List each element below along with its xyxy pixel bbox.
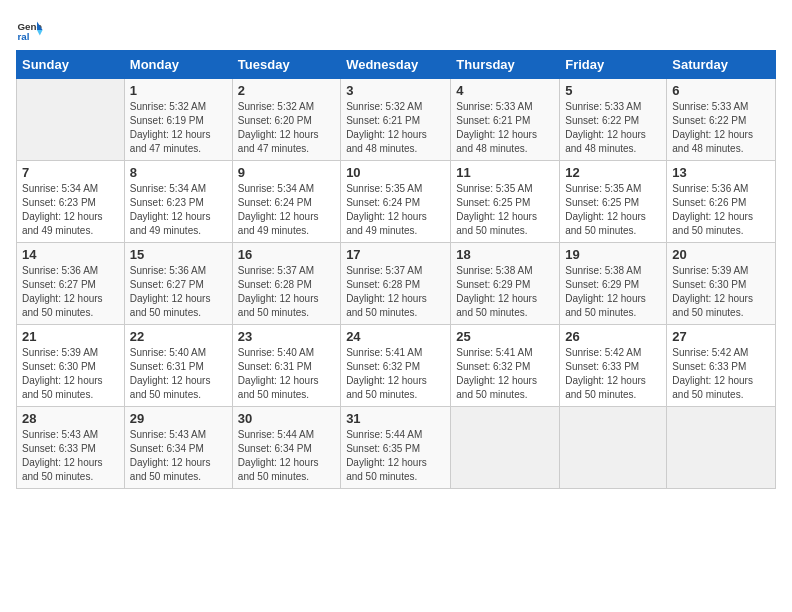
- day-number: 13: [672, 165, 770, 180]
- day-number: 26: [565, 329, 661, 344]
- calendar-cell: 12Sunrise: 5:35 AM Sunset: 6:25 PM Dayli…: [560, 161, 667, 243]
- day-number: 16: [238, 247, 335, 262]
- day-number: 14: [22, 247, 119, 262]
- svg-text:ral: ral: [17, 31, 29, 42]
- day-info: Sunrise: 5:41 AM Sunset: 6:32 PM Dayligh…: [456, 346, 554, 402]
- day-info: Sunrise: 5:32 AM Sunset: 6:21 PM Dayligh…: [346, 100, 445, 156]
- calendar-cell: 24Sunrise: 5:41 AM Sunset: 6:32 PM Dayli…: [341, 325, 451, 407]
- day-number: 15: [130, 247, 227, 262]
- calendar-cell: 7Sunrise: 5:34 AM Sunset: 6:23 PM Daylig…: [17, 161, 125, 243]
- day-number: 23: [238, 329, 335, 344]
- day-info: Sunrise: 5:35 AM Sunset: 6:25 PM Dayligh…: [565, 182, 661, 238]
- calendar-cell: 30Sunrise: 5:44 AM Sunset: 6:34 PM Dayli…: [232, 407, 340, 489]
- day-info: Sunrise: 5:32 AM Sunset: 6:19 PM Dayligh…: [130, 100, 227, 156]
- day-number: 20: [672, 247, 770, 262]
- day-info: Sunrise: 5:34 AM Sunset: 6:24 PM Dayligh…: [238, 182, 335, 238]
- day-info: Sunrise: 5:39 AM Sunset: 6:30 PM Dayligh…: [672, 264, 770, 320]
- day-number: 24: [346, 329, 445, 344]
- calendar-cell: 14Sunrise: 5:36 AM Sunset: 6:27 PM Dayli…: [17, 243, 125, 325]
- day-info: Sunrise: 5:35 AM Sunset: 6:24 PM Dayligh…: [346, 182, 445, 238]
- day-number: 5: [565, 83, 661, 98]
- day-info: Sunrise: 5:32 AM Sunset: 6:20 PM Dayligh…: [238, 100, 335, 156]
- calendar-cell: 1Sunrise: 5:32 AM Sunset: 6:19 PM Daylig…: [124, 79, 232, 161]
- header-friday: Friday: [560, 51, 667, 79]
- day-number: 2: [238, 83, 335, 98]
- calendar-cell: 22Sunrise: 5:40 AM Sunset: 6:31 PM Dayli…: [124, 325, 232, 407]
- day-info: Sunrise: 5:42 AM Sunset: 6:33 PM Dayligh…: [565, 346, 661, 402]
- calendar-cell: 23Sunrise: 5:40 AM Sunset: 6:31 PM Dayli…: [232, 325, 340, 407]
- day-number: 28: [22, 411, 119, 426]
- calendar-cell: 16Sunrise: 5:37 AM Sunset: 6:28 PM Dayli…: [232, 243, 340, 325]
- calendar-cell: 15Sunrise: 5:36 AM Sunset: 6:27 PM Dayli…: [124, 243, 232, 325]
- calendar-cell: 6Sunrise: 5:33 AM Sunset: 6:22 PM Daylig…: [667, 79, 776, 161]
- week-row-3: 14Sunrise: 5:36 AM Sunset: 6:27 PM Dayli…: [17, 243, 776, 325]
- calendar-cell: 17Sunrise: 5:37 AM Sunset: 6:28 PM Dayli…: [341, 243, 451, 325]
- day-number: 18: [456, 247, 554, 262]
- header-tuesday: Tuesday: [232, 51, 340, 79]
- week-row-1: 1Sunrise: 5:32 AM Sunset: 6:19 PM Daylig…: [17, 79, 776, 161]
- calendar-cell: [667, 407, 776, 489]
- day-info: Sunrise: 5:34 AM Sunset: 6:23 PM Dayligh…: [22, 182, 119, 238]
- calendar-cell: 27Sunrise: 5:42 AM Sunset: 6:33 PM Dayli…: [667, 325, 776, 407]
- calendar-cell: 10Sunrise: 5:35 AM Sunset: 6:24 PM Dayli…: [341, 161, 451, 243]
- day-number: 29: [130, 411, 227, 426]
- day-info: Sunrise: 5:33 AM Sunset: 6:21 PM Dayligh…: [456, 100, 554, 156]
- calendar-cell: [560, 407, 667, 489]
- calendar-cell: [451, 407, 560, 489]
- day-number: 9: [238, 165, 335, 180]
- day-number: 17: [346, 247, 445, 262]
- header-row: SundayMondayTuesdayWednesdayThursdayFrid…: [17, 51, 776, 79]
- day-info: Sunrise: 5:43 AM Sunset: 6:33 PM Dayligh…: [22, 428, 119, 484]
- day-number: 25: [456, 329, 554, 344]
- week-row-4: 21Sunrise: 5:39 AM Sunset: 6:30 PM Dayli…: [17, 325, 776, 407]
- calendar-cell: 11Sunrise: 5:35 AM Sunset: 6:25 PM Dayli…: [451, 161, 560, 243]
- day-info: Sunrise: 5:37 AM Sunset: 6:28 PM Dayligh…: [346, 264, 445, 320]
- day-info: Sunrise: 5:43 AM Sunset: 6:34 PM Dayligh…: [130, 428, 227, 484]
- page-header: Gene ral: [16, 16, 776, 44]
- day-info: Sunrise: 5:33 AM Sunset: 6:22 PM Dayligh…: [672, 100, 770, 156]
- calendar-cell: 4Sunrise: 5:33 AM Sunset: 6:21 PM Daylig…: [451, 79, 560, 161]
- day-info: Sunrise: 5:36 AM Sunset: 6:27 PM Dayligh…: [130, 264, 227, 320]
- day-number: 27: [672, 329, 770, 344]
- day-number: 8: [130, 165, 227, 180]
- day-number: 11: [456, 165, 554, 180]
- day-number: 19: [565, 247, 661, 262]
- calendar-cell: 8Sunrise: 5:34 AM Sunset: 6:23 PM Daylig…: [124, 161, 232, 243]
- day-number: 22: [130, 329, 227, 344]
- calendar-cell: 21Sunrise: 5:39 AM Sunset: 6:30 PM Dayli…: [17, 325, 125, 407]
- day-info: Sunrise: 5:36 AM Sunset: 6:27 PM Dayligh…: [22, 264, 119, 320]
- calendar-cell: 9Sunrise: 5:34 AM Sunset: 6:24 PM Daylig…: [232, 161, 340, 243]
- logo-icon: Gene ral: [16, 16, 44, 44]
- calendar-cell: 13Sunrise: 5:36 AM Sunset: 6:26 PM Dayli…: [667, 161, 776, 243]
- day-info: Sunrise: 5:40 AM Sunset: 6:31 PM Dayligh…: [238, 346, 335, 402]
- calendar-cell: 20Sunrise: 5:39 AM Sunset: 6:30 PM Dayli…: [667, 243, 776, 325]
- day-info: Sunrise: 5:38 AM Sunset: 6:29 PM Dayligh…: [565, 264, 661, 320]
- logo: Gene ral: [16, 16, 48, 44]
- calendar-cell: 19Sunrise: 5:38 AM Sunset: 6:29 PM Dayli…: [560, 243, 667, 325]
- calendar-cell: 2Sunrise: 5:32 AM Sunset: 6:20 PM Daylig…: [232, 79, 340, 161]
- calendar-cell: 28Sunrise: 5:43 AM Sunset: 6:33 PM Dayli…: [17, 407, 125, 489]
- header-thursday: Thursday: [451, 51, 560, 79]
- calendar-cell: [17, 79, 125, 161]
- day-info: Sunrise: 5:38 AM Sunset: 6:29 PM Dayligh…: [456, 264, 554, 320]
- day-number: 1: [130, 83, 227, 98]
- calendar-cell: 29Sunrise: 5:43 AM Sunset: 6:34 PM Dayli…: [124, 407, 232, 489]
- day-info: Sunrise: 5:44 AM Sunset: 6:35 PM Dayligh…: [346, 428, 445, 484]
- day-info: Sunrise: 5:33 AM Sunset: 6:22 PM Dayligh…: [565, 100, 661, 156]
- calendar-cell: 31Sunrise: 5:44 AM Sunset: 6:35 PM Dayli…: [341, 407, 451, 489]
- day-info: Sunrise: 5:34 AM Sunset: 6:23 PM Dayligh…: [130, 182, 227, 238]
- day-number: 30: [238, 411, 335, 426]
- day-info: Sunrise: 5:41 AM Sunset: 6:32 PM Dayligh…: [346, 346, 445, 402]
- day-info: Sunrise: 5:40 AM Sunset: 6:31 PM Dayligh…: [130, 346, 227, 402]
- day-number: 6: [672, 83, 770, 98]
- calendar-cell: 5Sunrise: 5:33 AM Sunset: 6:22 PM Daylig…: [560, 79, 667, 161]
- week-row-2: 7Sunrise: 5:34 AM Sunset: 6:23 PM Daylig…: [17, 161, 776, 243]
- calendar-cell: 18Sunrise: 5:38 AM Sunset: 6:29 PM Dayli…: [451, 243, 560, 325]
- day-number: 21: [22, 329, 119, 344]
- day-number: 3: [346, 83, 445, 98]
- day-info: Sunrise: 5:39 AM Sunset: 6:30 PM Dayligh…: [22, 346, 119, 402]
- day-info: Sunrise: 5:42 AM Sunset: 6:33 PM Dayligh…: [672, 346, 770, 402]
- day-number: 7: [22, 165, 119, 180]
- svg-marker-3: [37, 30, 43, 36]
- day-info: Sunrise: 5:37 AM Sunset: 6:28 PM Dayligh…: [238, 264, 335, 320]
